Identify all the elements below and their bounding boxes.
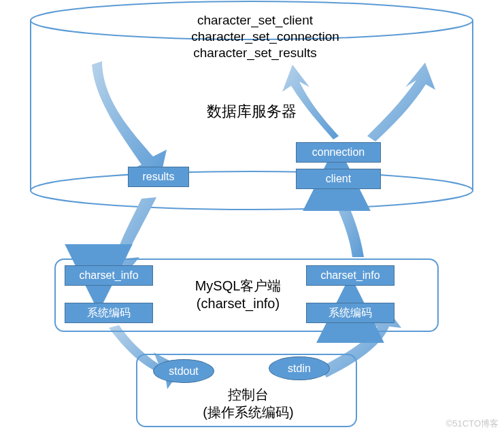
results-label: results	[142, 171, 174, 183]
arrow-server-to-results	[92, 61, 167, 180]
db-server-heading: 数据库服务器	[194, 102, 309, 121]
sysenc-right-box: 系统编码	[306, 303, 394, 323]
stdout-label: stdout	[169, 365, 199, 378]
stdin-label: stdin	[288, 363, 311, 375]
charset-info-right-label: charset_info	[320, 269, 380, 282]
client-box: client	[296, 169, 381, 189]
connection-label: connection	[312, 146, 365, 158]
sysenc-right-label: 系统编码	[329, 306, 372, 320]
charset-info-right-box: charset_info	[306, 265, 394, 286]
stdout-ellipse: stdout	[153, 359, 214, 383]
console-line1: 控制台	[204, 386, 292, 403]
mysql-client-line1: MySQL客户端	[180, 278, 296, 295]
charset-line2: character_set_connection	[170, 29, 360, 46]
charset-info-left-box: charset_info	[65, 265, 153, 286]
sysenc-left-label: 系统编码	[87, 306, 131, 320]
connection-box: connection	[296, 142, 381, 163]
results-box: results	[128, 167, 189, 187]
sysenc-left-box: 系统编码	[65, 303, 153, 323]
mysql-client-line2: (charset_info)	[180, 295, 296, 312]
arrow-connection-out-right	[367, 63, 435, 141]
charset-info-left-label: charset_info	[79, 269, 138, 282]
charset-line1: character_set_client	[170, 12, 340, 29]
stdin-ellipse: stdin	[269, 356, 330, 380]
svg-point-0	[31, 171, 473, 210]
charset-line3: character_set_results	[170, 45, 340, 62]
client-label: client	[326, 173, 351, 185]
console-line2: (操作系统编码)	[187, 404, 309, 421]
watermark: ©51CTO博客	[446, 418, 499, 430]
